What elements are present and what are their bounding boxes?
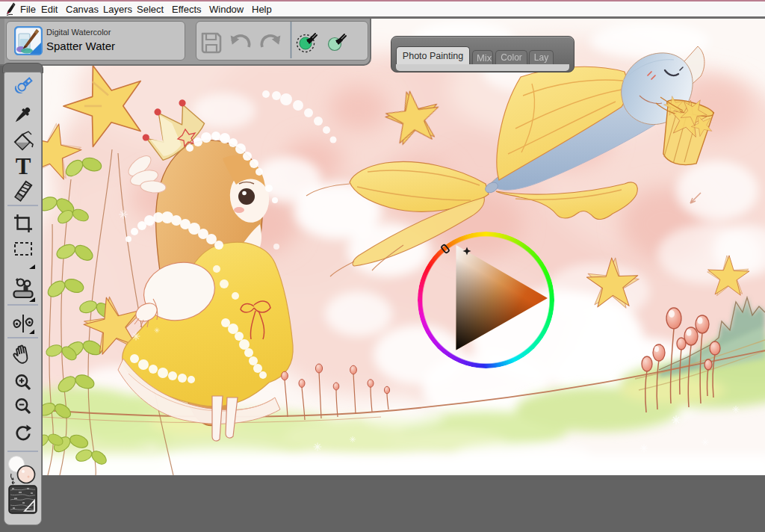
svg-text:T: T: [16, 153, 31, 179]
